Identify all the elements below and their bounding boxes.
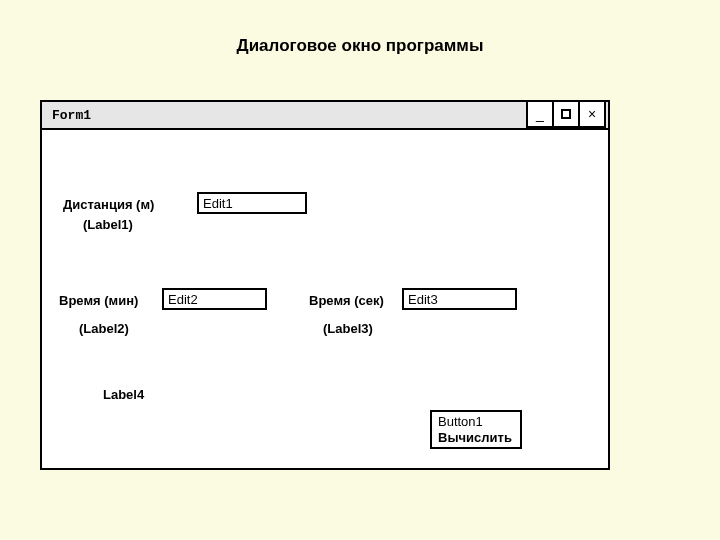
- form-window: Form1 _ × Дистанция (м) (Label1) Edit1 В…: [40, 100, 610, 470]
- button-design-name: Button1: [438, 414, 514, 430]
- label4: Label4: [100, 386, 147, 403]
- close-button[interactable]: ×: [578, 100, 606, 128]
- form-client-area: Дистанция (м) (Label1) Edit1 Время (мин)…: [42, 130, 608, 468]
- page-title: Диалоговое окно программы: [0, 36, 720, 56]
- label-distance: Дистанция (м): [60, 196, 157, 213]
- compute-button[interactable]: Button1 Вычислить: [430, 410, 522, 449]
- edit1-field[interactable]: Edit1: [197, 192, 307, 214]
- window-title: Form1: [42, 108, 91, 123]
- edit3-field[interactable]: Edit3: [402, 288, 517, 310]
- label-time-sec-sub: (Label3): [320, 320, 376, 337]
- label-time-sec: Время (сек): [306, 292, 387, 309]
- button-caption: Вычислить: [438, 430, 514, 446]
- window-controls: _ ×: [528, 100, 606, 128]
- edit2-field[interactable]: Edit2: [162, 288, 267, 310]
- label-distance-sub: (Label1): [80, 216, 136, 233]
- label-time-min-sub: (Label2): [76, 320, 132, 337]
- maximize-button[interactable]: [552, 100, 580, 128]
- label-time-min: Время (мин): [56, 292, 141, 309]
- square-icon: [561, 109, 571, 119]
- minimize-button[interactable]: _: [526, 100, 554, 128]
- titlebar: Form1 _ ×: [42, 102, 608, 130]
